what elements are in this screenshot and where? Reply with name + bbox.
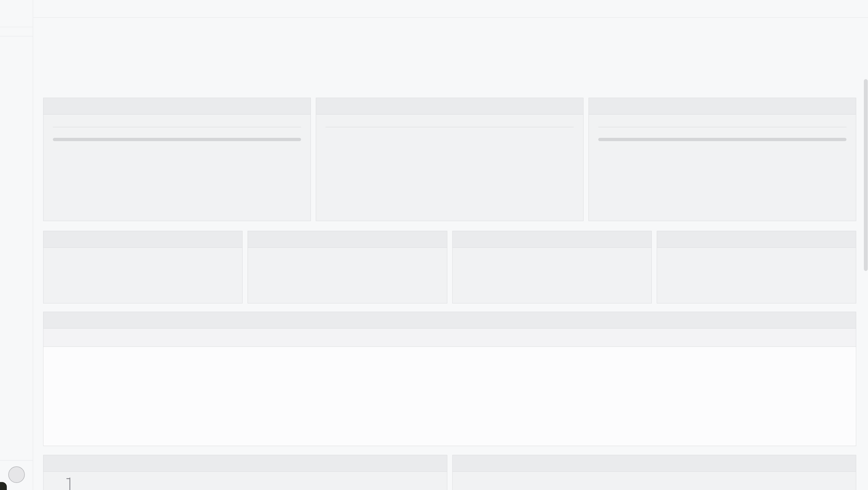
panel-header (657, 231, 856, 248)
keyword-quality-panel (589, 98, 856, 221)
sidebar-divider (0, 27, 33, 27)
table-header-row (43, 329, 856, 347)
panel-header (43, 455, 447, 472)
project-status-panel (452, 231, 652, 303)
stat-card-row (43, 24, 856, 94)
sidebar-divider (0, 36, 33, 36)
upload-activity-line-chart (43, 472, 447, 490)
upload-activity-panel (43, 455, 447, 490)
nrm-classification-panel (43, 98, 311, 221)
panel-header (453, 231, 651, 248)
divider (598, 127, 846, 127)
panel-header (43, 312, 856, 329)
dashboard (33, 18, 868, 490)
vertical-scrollbar-thumb[interactable] (864, 79, 868, 271)
descriptor-progress-bar (598, 138, 846, 141)
building-types-panel (657, 231, 856, 303)
sidebar-expand-button[interactable] (7, 4, 26, 23)
panel-header (43, 98, 311, 115)
portfolio-value-card (43, 231, 243, 303)
y-axis-tick-mark (66, 478, 69, 479)
panel-header (43, 231, 242, 248)
user-avatar[interactable] (8, 466, 25, 483)
topbar (33, 0, 868, 18)
panel-header (316, 98, 583, 115)
classification-breakdown-panel (452, 455, 857, 490)
divider (326, 127, 574, 127)
sidebar (0, 0, 33, 490)
divider (53, 127, 301, 127)
avg-project-card (248, 231, 447, 303)
sidebar-divider (0, 460, 33, 460)
coverage-progress-bar (53, 138, 301, 141)
upload-line-svg (70, 472, 425, 490)
panel-header (589, 98, 856, 115)
panel-header (248, 231, 447, 248)
panel-header (453, 455, 856, 472)
trade-classification-panel (316, 98, 584, 221)
recent-documents-panel (43, 312, 856, 446)
